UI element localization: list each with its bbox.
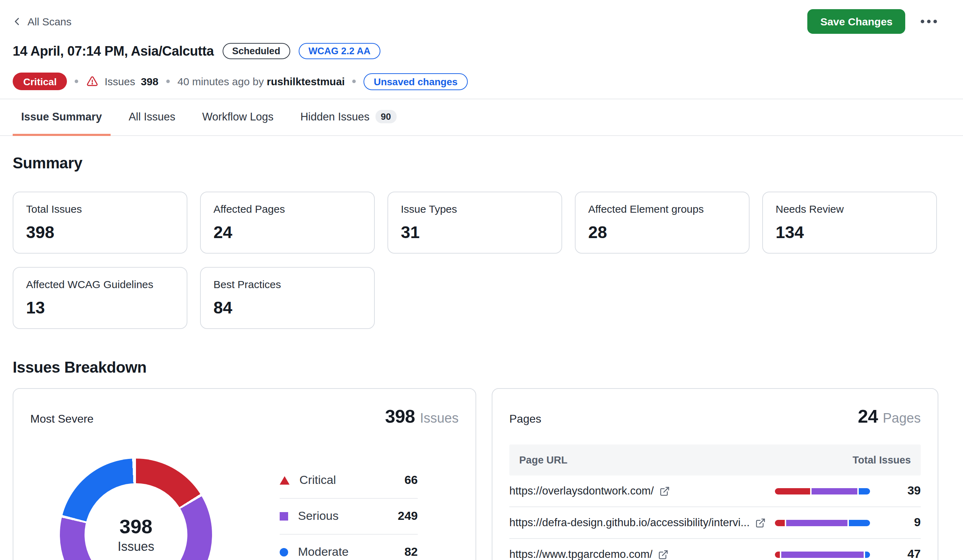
legend-label: Moderate: [298, 545, 394, 559]
most-severe-title: Most Severe: [30, 413, 94, 427]
summary-cards-row-1: Total Issues398Affected Pages24Issue Typ…: [13, 192, 938, 254]
dot-separator: [353, 79, 356, 83]
page-url-text: https://www.tpgarcdemo.com/: [509, 548, 653, 560]
stat-card-issue-types: Issue Types31: [387, 192, 562, 254]
dot-separator: [75, 79, 79, 83]
page-row: https://overlaysdontwork.com/39: [509, 476, 921, 507]
most-severe-total-label: Issues: [420, 411, 459, 426]
page-url-link[interactable]: https://www.tpgarcdemo.com/: [509, 548, 767, 560]
page-total-issues: 9: [870, 516, 921, 530]
issues-count: 398: [141, 75, 159, 87]
most-severe-panel: Most Severe 398 Issues 398 Issues Critic…: [13, 388, 476, 560]
severity-distribution-bar: [775, 520, 870, 526]
stat-card-best-practices: Best Practices84: [200, 267, 375, 329]
stat-label: Total Issues: [26, 203, 174, 215]
wcag-badge: WCAG 2.2 AA: [299, 43, 380, 59]
page-title: 14 April, 07:14 PM, Asia/Calcutta: [13, 43, 214, 59]
stat-card-affected-element-groups: Affected Element groups28: [575, 192, 749, 254]
donut-center-value: 398: [119, 515, 152, 538]
tab-workflow-logs[interactable]: Workflow Logs: [194, 99, 282, 136]
most-severe-body: 398 Issues Critical66Serious249Moderate8…: [13, 458, 475, 560]
critical-triangle-icon: [280, 476, 290, 485]
bar-segment: [775, 488, 810, 494]
legend-row-critical: Critical66: [280, 463, 418, 499]
stat-label: Affected Element groups: [588, 203, 736, 215]
most-severe-total: 398 Issues: [385, 406, 459, 427]
breakdown-row: Most Severe 398 Issues 398 Issues Critic…: [13, 388, 938, 560]
legend-label: Serious: [298, 509, 388, 523]
stat-value: 134: [776, 223, 924, 242]
stat-label: Best Practices: [214, 278, 362, 290]
column-page-url: Page URL: [519, 454, 853, 466]
page-row: https://www.tpgarcdemo.com/47: [509, 539, 921, 560]
bar-segment: [781, 551, 864, 558]
more-options-button[interactable]: [919, 17, 938, 26]
pages-panel: Pages 24 Pages Page URL Total Issues htt…: [492, 388, 938, 560]
stat-card-affected-wcag-guidelines: Affected WCAG Guidelines13: [13, 267, 187, 329]
pages-total: 24 Pages: [858, 406, 921, 427]
bar-segment: [859, 488, 870, 494]
back-label: All Scans: [28, 16, 71, 28]
tab-label: Hidden Issues: [300, 110, 370, 123]
severity-distribution-bar: [775, 551, 870, 558]
external-link-icon[interactable]: [755, 517, 766, 528]
external-link-icon[interactable]: [659, 486, 670, 496]
tab-label: Issue Summary: [21, 110, 102, 123]
issues-count-group: Issues 398: [86, 75, 159, 87]
moderate-circle-icon: [280, 548, 288, 557]
issues-breakdown-heading: Issues Breakdown: [13, 359, 938, 377]
top-actions: Save Changes: [808, 9, 938, 34]
pages-total-value: 24: [858, 406, 878, 427]
scan-meta: 40 minutes ago by rushilktestmuai: [178, 75, 345, 87]
tab-bar: Issue SummaryAll IssuesWorkflow LogsHidd…: [0, 99, 963, 136]
severity-badge: Critical: [13, 73, 67, 90]
stat-card-needs-review: Needs Review134: [762, 192, 937, 254]
stat-card-affected-pages: Affected Pages24: [200, 192, 375, 254]
pages-total-label: Pages: [883, 411, 921, 426]
stat-card-total-issues: Total Issues398: [13, 192, 187, 254]
bar-segment: [865, 551, 870, 558]
donut-center: 398 Issues: [84, 483, 187, 560]
ellipsis-icon: [921, 20, 937, 23]
page-total-issues: 39: [870, 484, 921, 498]
bar-segment: [775, 520, 785, 526]
serious-square-icon: [280, 512, 288, 521]
tab-label: Workflow Logs: [202, 110, 274, 123]
page-url-text: https://defra-design.github.io/accessibi…: [509, 516, 749, 529]
stat-label: Issue Types: [401, 203, 549, 215]
external-link-icon[interactable]: [658, 549, 669, 560]
severity-donut-chart: 398 Issues: [60, 458, 212, 560]
pages-table: Page URL Total Issues https://overlaysdo…: [509, 445, 921, 560]
issues-label: Issues: [105, 75, 135, 87]
pages-title: Pages: [509, 413, 541, 427]
page-url-text: https://overlaysdontwork.com/: [509, 485, 654, 497]
legend-row-serious: Serious249: [280, 499, 418, 535]
column-total-issues: Total Issues: [853, 454, 911, 466]
page-url-link[interactable]: https://defra-design.github.io/accessibi…: [509, 516, 767, 529]
summary-heading: Summary: [13, 154, 938, 173]
stat-value: 31: [401, 223, 549, 242]
tab-hidden-issues[interactable]: Hidden Issues90: [292, 99, 405, 136]
most-severe-header: Most Severe 398 Issues: [13, 389, 475, 427]
legend-label: Critical: [299, 473, 394, 487]
stat-label: Needs Review: [776, 203, 924, 215]
stat-value: 84: [214, 298, 362, 318]
pages-header: Pages 24 Pages: [493, 389, 938, 427]
page-url-link[interactable]: https://overlaysdontwork.com/: [509, 485, 767, 497]
save-changes-button[interactable]: Save Changes: [808, 9, 905, 34]
title-row: 14 April, 07:14 PM, Asia/Calcutta Schedu…: [0, 43, 963, 59]
page-row: https://defra-design.github.io/accessibi…: [509, 507, 921, 539]
tab-label: All Issues: [128, 110, 175, 123]
bar-segment: [812, 488, 857, 494]
legend-value: 82: [404, 545, 418, 559]
back-to-all-scans-link[interactable]: All Scans: [13, 16, 71, 28]
dot-separator: [166, 79, 170, 83]
legend-row-moderate: Moderate82: [280, 535, 418, 560]
summary-cards-row-2: Affected WCAG Guidelines13Best Practices…: [13, 267, 938, 329]
stat-label: Affected WCAG Guidelines: [26, 278, 174, 290]
unsaved-changes-badge: Unsaved changes: [364, 73, 467, 90]
bar-segment: [849, 520, 870, 526]
legend-value: 249: [398, 509, 418, 523]
tab-all-issues[interactable]: All Issues: [120, 99, 184, 136]
tab-issue-summary[interactable]: Issue Summary: [13, 99, 110, 136]
